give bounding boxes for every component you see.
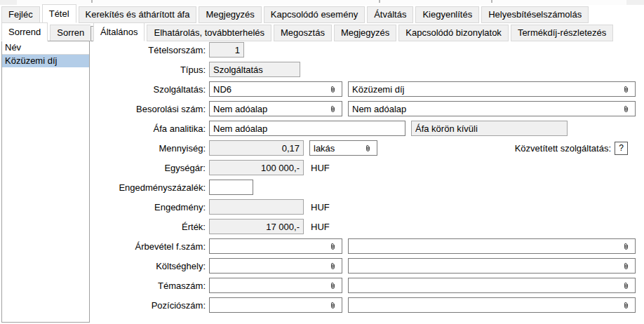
tipus-label: Típus: [93,65,209,75]
clipped-artifact [0,0,17,5]
paperclip-icon[interactable] [329,103,338,114]
paperclip-icon[interactable] [329,83,338,95]
subtab-elhatarolas[interactable]: Elhatárolás, továbbterhelés [147,25,271,41]
clipped-artifact [626,0,644,5]
engedmeny-field[interactable] [209,199,304,215]
row-besorolasi-szam: Besorolási szám: Nem adóalap Nem adóalap [93,101,644,116]
mennyiseg-field[interactable]: 0,17 [209,140,304,156]
besorolasi-name: Nem adóalap [352,104,619,114]
temaszam-code-field[interactable] [209,278,342,293]
egysegar-field[interactable]: 100 000,- [209,160,304,175]
sub-tab-bar: Általános Elhatárolás, továbbterhelés Me… [93,23,615,41]
afa-analitika-field[interactable]: Nem adóalap [209,121,405,136]
panel-tab-sorrend-2[interactable]: Sorren [50,25,90,41]
subtab-termekdij[interactable]: Termékdíj-részletezés [511,25,613,41]
temaszam-label: Témaszám: [93,281,209,291]
tab-kerekites[interactable]: Kerekítés és áthárított áfa [79,6,197,23]
paperclip-icon[interactable] [622,280,631,291]
tab-kapcsolodo-esemeny[interactable]: Kapcsolódó esemény [264,6,365,23]
paperclip-icon[interactable] [622,260,631,271]
list-item[interactable]: Közüzemi díj [2,55,89,67]
ertek-label: Érték: [93,222,209,232]
engedmeny-label: Engedmény: [93,202,209,212]
arbevetel-label: Árbevétel f.szám: [93,241,209,252]
clipped-artifact [491,0,492,3]
ertek-field[interactable]: 17 000,- [209,219,304,234]
kozvetitett-label: Közvetített szolgáltatás: [515,143,615,154]
tab-megjegyzes[interactable]: Megjegyzés [199,6,261,23]
mennyisegi-egyseg-value: lakás [314,143,361,154]
poziciosam-name-field[interactable] [348,297,636,313]
paperclip-icon[interactable] [329,241,338,252]
row-mennyiseg: Mennyiség: 0,17 lakás Közvetített szolgá… [93,140,644,156]
szolgaltatas-code-field[interactable]: ND6 [209,81,342,97]
row-tetelsorszam: Tételsorszám: 1 [93,42,644,58]
szolgaltatas-name: Közüzemi díj [352,84,619,95]
engedmenyszazalek-label: Engedményszázalék: [93,182,209,193]
row-tipus: Típus: Szolgáltatás [93,62,644,77]
mennyiseg-value: 0,17 [213,143,300,154]
koltseghely-name-field[interactable] [348,258,636,274]
tab-helyesbiteselszamolas[interactable]: Helyesbítéselszámolás [481,6,589,23]
temaszam-name-field[interactable] [348,278,636,293]
row-ertek: Érték: 17 000,- HUF [93,219,644,234]
arbevetel-code-field[interactable] [209,238,342,254]
tetelsorszam-value: 1 [213,45,240,55]
paperclip-icon[interactable] [622,299,631,311]
paperclip-icon[interactable] [622,241,631,252]
szolgaltatas-label: Szolgáltatás: [93,84,209,95]
engedmeny-currency: HUF [311,202,330,212]
panel-tab-sorrend[interactable]: Sorrend [1,22,48,41]
subtab-megosztas[interactable]: Megosztás [274,25,332,41]
besorolasi-code-field[interactable]: Nem adóalap [209,101,342,116]
besorolasi-code: Nem adóalap [213,104,326,114]
kozvetitett-checkbox[interactable]: ? [615,142,628,155]
szolgaltatas-code: ND6 [213,84,326,95]
engedmenyszazalek-field[interactable] [209,180,253,195]
ertek-value: 17 000,- [213,222,300,232]
clipped-artifact [379,0,380,3]
subtab-altalanos[interactable]: Általános [93,22,145,41]
egysegar-label: Egységár: [93,163,209,173]
list-column-header-nev: Név [2,41,89,55]
szolgaltatas-name-field[interactable]: Közüzemi díj [348,81,636,97]
tetel-form: Tételsorszám: 1 Típus: Szolgáltatás Szol… [93,42,644,324]
row-egysegar: Egységár: 100 000,- HUF [93,160,644,175]
paperclip-icon[interactable] [329,260,338,271]
koltseghely-label: Költséghely: [93,261,209,271]
item-list-panel: Név Közüzemi díj [1,41,90,323]
main-tab-bar: Fejléc Tétel Kerekítés és áthárított áfa… [1,5,591,23]
paperclip-icon[interactable] [329,280,338,291]
mennyiseg-label: Mennyiség: [93,143,209,154]
mennyisegi-egyseg-field[interactable]: lakás [309,140,377,156]
row-engedmenyszazalek: Engedményszázalék: [93,180,644,195]
paperclip-icon[interactable] [622,83,631,95]
subtab-megjegyzes[interactable]: Megjegyzés [334,25,396,41]
tab-fejlec[interactable]: Fejléc [1,6,40,23]
tetelsorszam-field[interactable]: 1 [209,42,244,58]
afa-analitika-value: Nem adóalap [213,123,401,134]
clipped-top-row [0,0,644,5]
tipus-field[interactable]: Szolgáltatás [209,62,300,77]
poziciosam-code-field[interactable] [209,297,342,313]
poziciosam-label: Pozíciószám: [93,300,209,311]
koltseghely-code-field[interactable] [209,258,342,274]
clipped-artifact [91,0,93,3]
tipus-value: Szolgáltatás [213,65,296,75]
row-afa-analitika: Áfa analitika: Nem adóalap Áfa körön kív… [93,121,644,136]
paperclip-icon[interactable] [364,142,373,154]
tab-tetel[interactable]: Tétel [42,4,76,23]
tab-kiegyenlites[interactable]: Kiegyenlítés [415,6,479,23]
paperclip-icon[interactable] [622,103,631,114]
row-temaszam: Témaszám: [93,278,644,293]
egysegar-currency: HUF [311,163,330,173]
subtab-kapcsolodo-bizonylatok[interactable]: Kapcsolódó bizonylatok [398,25,509,41]
row-koltseghely: Költséghely: [93,258,644,274]
arbevetel-name-field[interactable] [348,238,636,254]
afa-kor-field[interactable]: Áfa körön kívüli [411,121,568,136]
besorolasi-label: Besorolási szám: [93,104,209,114]
tab-atvaltas[interactable]: Átváltás [367,6,413,23]
besorolasi-name-field[interactable]: Nem adóalap [348,101,636,116]
afa-kor-value: Áfa körön kívüli [415,123,563,134]
paperclip-icon[interactable] [329,299,338,311]
